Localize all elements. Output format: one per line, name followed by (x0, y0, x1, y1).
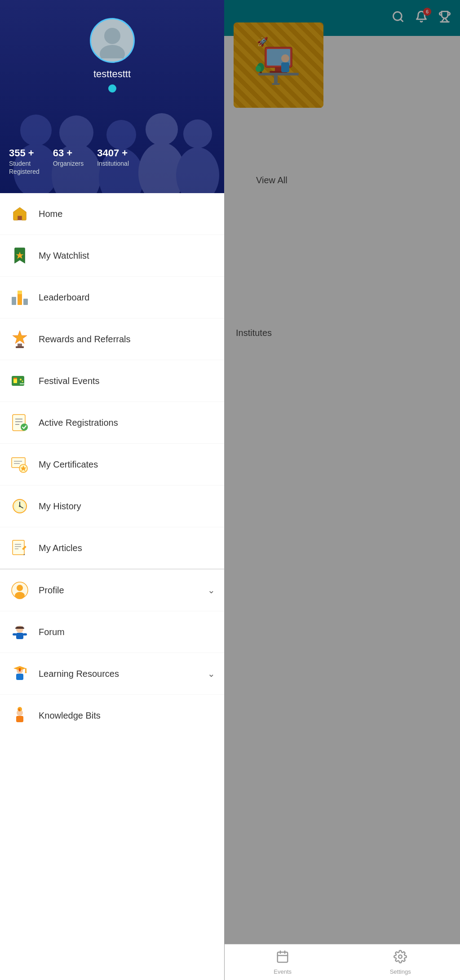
svg-rect-68 (15, 627, 24, 629)
svg-rect-32 (18, 291, 22, 294)
svg-rect-37 (13, 379, 17, 383)
svg-rect-35 (16, 346, 24, 348)
certificates-icon (9, 454, 31, 475)
sidebar-item-forum[interactable]: Forum (0, 611, 224, 653)
sidebar-item-articles[interactable]: My Articles (0, 527, 224, 569)
sidebar-item-profile[interactable]: Profile ⌄ (0, 569, 224, 611)
svg-point-25 (104, 28, 120, 44)
navigation-drawer: testtesttt 355 + Student Registered 63 +… (0, 0, 224, 980)
stat-organizers-number: 63 + (53, 147, 84, 159)
sidebar-item-forum-label: Forum (39, 627, 65, 637)
svg-rect-71 (23, 633, 27, 636)
svg-text:$: $ (18, 708, 20, 712)
svg-point-26 (100, 45, 125, 58)
svg-point-46 (21, 424, 28, 431)
home-icon (9, 203, 31, 225)
svg-rect-81 (16, 716, 23, 722)
avatar (90, 18, 135, 63)
sidebar-item-articles-label: My Articles (39, 543, 82, 553)
sidebar-item-leaderboard-label: Leaderboard (39, 292, 89, 303)
sidebar-item-history-label: My History (39, 501, 81, 512)
svg-point-56 (19, 505, 21, 507)
sidebar-item-history[interactable]: My History (0, 486, 224, 527)
svg-rect-41 (20, 383, 24, 384)
svg-rect-75 (25, 668, 27, 672)
events-icon (276, 950, 289, 967)
svg-rect-70 (13, 633, 17, 636)
profile-icon (9, 579, 31, 601)
bottom-nav-events-label: Events (274, 968, 292, 975)
sidebar-item-learning-label: Learning Resources (39, 669, 119, 679)
learning-icon (9, 663, 31, 684)
sidebar-item-watchlist[interactable]: My Watchlist (0, 235, 224, 277)
svg-point-65 (15, 592, 25, 599)
sidebar-item-home[interactable]: Home (0, 193, 224, 235)
avatar-container: testtesttt (90, 18, 135, 93)
svg-point-76 (25, 671, 27, 673)
sidebar-item-certificates-label: My Certificates (39, 459, 98, 470)
svg-marker-33 (13, 331, 27, 344)
drawer-overlay[interactable] (224, 0, 460, 980)
sidebar-item-festival-label: Festival Events (39, 376, 100, 386)
svg-point-23 (176, 147, 219, 193)
stat-students-number: 355 + (9, 147, 40, 159)
stat-students-label2: Registered (9, 168, 40, 175)
bottom-nav-events[interactable]: Events (274, 950, 292, 975)
watchlist-icon (9, 245, 31, 266)
menu-list: Home My Watchlist Leaderbo (0, 193, 224, 980)
festival-icon (9, 370, 31, 392)
svg-rect-57 (13, 540, 24, 555)
svg-point-16 (20, 115, 52, 146)
username-label: testtesttt (93, 68, 131, 80)
settings-icon (394, 950, 407, 967)
bottom-nav-settings-label: Settings (390, 968, 411, 975)
articles-icon (9, 537, 31, 559)
bottom-navigation: Events Settings (225, 944, 460, 980)
history-icon (9, 495, 31, 517)
stat-institutional: 3407 + Institutional (97, 147, 129, 175)
learning-chevron-icon: ⌄ (208, 668, 215, 679)
sidebar-item-rewards[interactable]: Rewards and Referrals (0, 318, 224, 360)
rewards-icon (9, 328, 31, 350)
svg-rect-34 (18, 344, 22, 346)
sidebar-item-knowledge[interactable]: $ Knowledge Bits (0, 695, 224, 736)
sidebar-item-learning[interactable]: Learning Resources ⌄ (0, 653, 224, 695)
sidebar-item-profile-label: Profile (39, 585, 64, 596)
sidebar-item-festival[interactable]: Festival Events (0, 360, 224, 402)
sidebar-item-knowledge-label: Knowledge Bits (39, 711, 101, 721)
sidebar-item-registrations[interactable]: Active Registrations (0, 402, 224, 444)
forum-icon (9, 621, 31, 643)
svg-point-40 (22, 381, 23, 382)
svg-point-86 (398, 955, 402, 958)
svg-point-18 (59, 115, 93, 150)
stat-organizers: 63 + Organizers (53, 147, 84, 175)
svg-point-20 (106, 120, 136, 150)
svg-point-64 (17, 585, 23, 591)
sidebar-item-leaderboard[interactable]: Leaderboard (0, 277, 224, 318)
svg-point-24 (183, 119, 212, 148)
knowledge-icon: $ (9, 705, 31, 726)
svg-rect-29 (12, 297, 16, 305)
stat-institutional-label: Institutional (97, 160, 129, 167)
stat-organizers-label: Organizers (53, 160, 84, 167)
profile-chevron-icon: ⌄ (208, 585, 215, 596)
svg-rect-69 (16, 633, 23, 639)
svg-rect-38 (13, 378, 17, 379)
sidebar-item-rewards-label: Rewards and Referrals (39, 334, 131, 344)
sidebar-item-certificates[interactable]: My Certificates (0, 444, 224, 486)
registrations-icon (9, 412, 31, 433)
svg-rect-30 (18, 293, 22, 305)
svg-rect-74 (19, 668, 21, 671)
svg-rect-27 (18, 216, 22, 221)
sidebar-item-home-label: Home (39, 209, 62, 219)
stat-students: 355 + Student Registered (9, 147, 40, 175)
bottom-nav-settings[interactable]: Settings (390, 950, 411, 975)
svg-point-39 (20, 379, 22, 380)
svg-rect-82 (278, 952, 288, 962)
leaderboard-icon (9, 287, 31, 308)
sidebar-item-watchlist-label: My Watchlist (39, 251, 89, 261)
stat-institutional-number: 3407 + (97, 147, 129, 159)
stats-row: 355 + Student Registered 63 + Organizers… (9, 147, 129, 175)
svg-point-22 (146, 113, 178, 146)
stat-students-label1: Student (9, 160, 40, 167)
